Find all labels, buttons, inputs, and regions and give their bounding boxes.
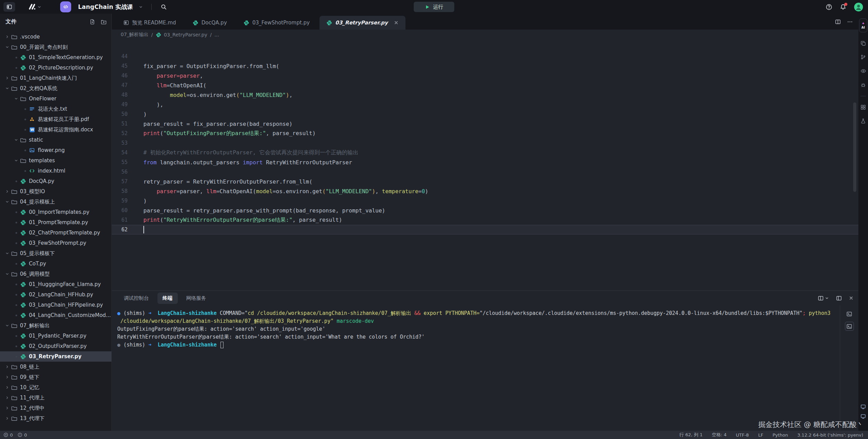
tree-item-01_HugggingFace_Llama.py[interactable]: 01_HugggingFace_Llama.py [0,279,111,289]
tree-item-00_开篇词_奇点时刻[interactable]: 00_开篇词_奇点时刻 [0,42,111,52]
tree-item-static[interactable]: static [0,135,111,145]
new-folder-icon[interactable] [101,19,107,25]
tree-item-03_模型IO[interactable]: 03_模型IO [0,186,111,197]
editor-tab-03_FewShotPrompt.py[interactable]: 03_FewShotPrompt.py [237,16,317,30]
more-actions-icon[interactable] [847,19,853,25]
tab-label: 预览 README.md [132,20,176,26]
statusbar-item[interactable]: LF [758,432,763,438]
watermark: 掘金技术社区 @ 糖配咸不配酸丶 [758,420,864,429]
editor-tab-DocQA.py[interactable]: DocQA.py [186,16,234,30]
tree-item-07_解析输出[interactable]: 07_解析输出 [0,320,111,331]
tree-item-10_记忆[interactable]: 10_记忆 [0,382,111,393]
notifications-button[interactable] [840,4,846,10]
tree-item-label: 01_HugggingFace_Llama.py [29,281,101,287]
tree-item-04_提示模板上[interactable]: 04_提示模板上 [0,197,111,207]
tree-item-11_代理上[interactable]: 11_代理上 [0,393,111,403]
tree-item-易速鲜花运营指南.docx[interactable]: W易速鲜花运营指南.docx [0,124,111,135]
tree-item-index.html[interactable]: index.html [0,166,111,176]
project-title[interactable]: LangChain 实战课 [78,3,133,11]
tree-item-label: 03_FewShotPrompt.py [29,240,86,246]
app-logo[interactable] [28,3,42,11]
avatar[interactable] [854,2,863,12]
new-file-icon[interactable] [89,19,95,25]
editor-tab-预览 README.md[interactable]: 预览 README.md [117,16,183,30]
tree-item-06_调用模型[interactable]: 06_调用模型 [0,269,111,279]
tree-item-01_SimpleTextGeneration.py[interactable]: 01_SimpleTextGeneration.py [0,52,111,63]
code-line-45: 45fix_parser = OutputFixingParser.from_l… [112,61,858,71]
breadcrumb-folder[interactable]: 07_解析输出 [121,32,149,38]
python-file-icon [20,219,26,226]
tree-item-08_链上[interactable]: 08_链上 [0,362,111,372]
panel-tab-调试控制台[interactable]: 调试控制台 [119,293,154,304]
panel-tab-网络服务[interactable]: 网络服务 [181,293,211,304]
sidebar-toggle-button[interactable] [3,2,15,12]
screen-icon[interactable] [860,404,866,409]
statusbar-item[interactable]: UTF-8 [736,432,749,438]
flask-icon[interactable] [860,118,866,124]
screen-icon[interactable] [860,414,866,419]
statusbar-item[interactable]: 行 62, 列 1 [680,432,703,438]
grid-icon[interactable] [860,105,866,110]
editor-scrollbar[interactable] [853,102,856,192]
tree-item-.vscode[interactable]: .vscode [0,32,111,42]
breadcrumb-file[interactable]: 03_RetryParser.py [164,32,207,37]
search-button[interactable] [161,4,167,10]
tree-item-CoT.py[interactable]: CoT.py [0,259,111,269]
topbar-right [826,2,865,12]
tree-item-OneFlower[interactable]: OneFlower [0,94,111,104]
run-button[interactable]: 运行 [414,2,454,12]
tree-item-01_PromptTemplate.py[interactable]: 01_PromptTemplate.py [0,217,111,228]
tree-item-03_LangChain_HFPipeline.py[interactable]: 03_LangChain_HFPipeline.py [0,300,111,310]
close-panel-icon[interactable] [849,296,854,300]
top-bar: LangChain 实战课 运行 [0,0,868,14]
tree-item-12_代理中[interactable]: 12_代理中 [0,403,111,413]
tree-item-02_ChatPromptTemplate.py[interactable]: 02_ChatPromptTemplate.py [0,228,111,238]
tree-item-01_Pydantic_Parser.py[interactable]: 01_Pydantic_Parser.py [0,331,111,341]
tree-item-02_OutputFixParser.py[interactable]: 02_OutputFixParser.py [0,341,111,351]
statusbar-item[interactable]: 3.12.2 64-bit ('shims': pyenv) [797,432,863,438]
tree-item-templates[interactable]: templates [0,155,111,166]
code-text: print("RetryWithErrorOutputParser的parse结… [137,217,342,224]
code-editor[interactable]: 4445fix_parser = OutputFixingParser.from… [112,40,858,290]
ai-assistant-button[interactable]: ✦ AI [859,19,867,32]
chevron-down-icon[interactable] [139,5,143,9]
breadcrumb[interactable]: 07_解析输出 / 03_RetryParser.py / ... [112,30,858,40]
tree-item-01_LangChain快速入门[interactable]: 01_LangChain快速入门 [0,73,111,83]
tree-item-05_提示模板下[interactable]: 05_提示模板下 [0,248,111,259]
statusbar-item[interactable]: 空格: 4 [712,432,727,438]
tree-item-13_代理下[interactable]: 13_代理下 [0,413,111,424]
tree-item-02_LangChain_HFHub.py[interactable]: 02_LangChain_HFHub.py [0,289,111,300]
problems-errors[interactable]: 0 [3,432,13,438]
tree-item-易速鲜花员工手册.pdf[interactable]: 易速鲜花员工手册.pdf [0,114,111,124]
tree-item-02_PictureDescription.py[interactable]: 02_PictureDescription.py [0,63,111,73]
breadcrumb-more[interactable]: ... [214,32,219,37]
split-editor-icon[interactable] [835,19,841,25]
tree-item-09_链下[interactable]: 09_链下 [0,372,111,382]
tree-item-00_ImportTemplates.py[interactable]: 00_ImportTemplates.py [0,207,111,217]
tree-item-花语大全.txt[interactable]: 花语大全.txt [0,104,111,114]
terminal[interactable]: ● (shims) ➜ LangChain-shizhanke COMMAND=… [112,305,840,431]
bug-icon[interactable] [860,82,866,88]
folder-icon [11,85,17,91]
panel-layout-icon[interactable] [836,295,842,301]
terminal-instance[interactable] [845,309,854,318]
help-button[interactable] [826,4,832,10]
terminal-instance-active[interactable] [845,322,854,331]
split-terminal-button[interactable] [818,295,829,301]
statusbar-item[interactable]: Python [772,432,788,438]
tree-item-03_RetryParser.py[interactable]: 03_RetryParser.py [0,351,111,362]
project-badge[interactable] [60,1,71,12]
problems-warnings[interactable]: 0 [18,432,27,438]
python-file-icon [20,312,26,318]
tree-item-02_文档QA系统[interactable]: 02_文档QA系统 [0,83,111,94]
tree-item-flower.png[interactable]: flower.png [0,145,111,155]
eye-icon[interactable] [860,68,866,74]
panel-tab-终端[interactable]: 终端 [158,293,178,304]
branch-icon[interactable] [860,54,866,60]
tree-item-03_FewShotPrompt.py[interactable]: 03_FewShotPrompt.py [0,238,111,248]
copy-icon[interactable] [860,41,866,46]
close-tab-icon[interactable] [394,20,399,25]
tree-item-04_LangChain_CustomizeMod...[interactable]: 04_LangChain_CustomizeMod... [0,310,111,320]
tree-item-DocQA.py[interactable]: DocQA.py [0,176,111,186]
editor-tab-03_RetryParser.py[interactable]: 03_RetryParser.py [319,16,405,30]
